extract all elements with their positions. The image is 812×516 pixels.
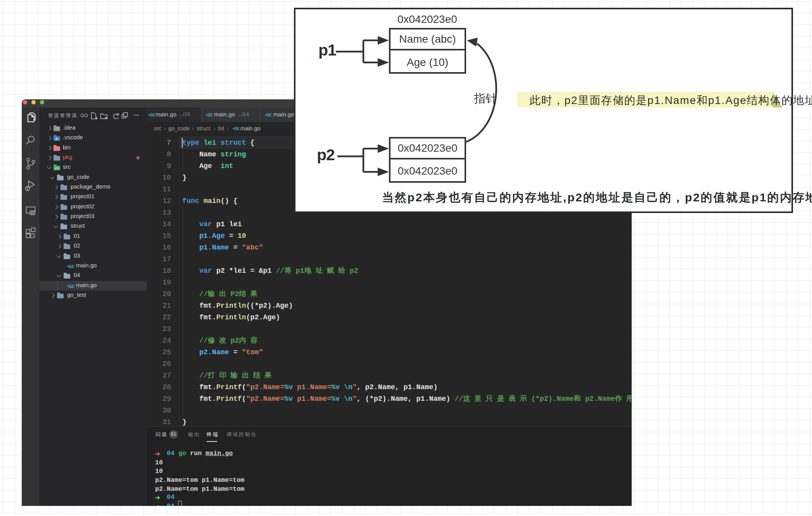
svg-text:GO: GO	[267, 113, 272, 117]
svg-text:GO: GO	[234, 126, 239, 130]
svg-text:GO: GO	[150, 113, 155, 117]
svg-text:GO: GO	[69, 284, 74, 288]
svg-text:···: ···	[133, 112, 139, 118]
svg-text:GO: GO	[207, 113, 213, 117]
svg-text:GO: GO	[69, 264, 74, 268]
